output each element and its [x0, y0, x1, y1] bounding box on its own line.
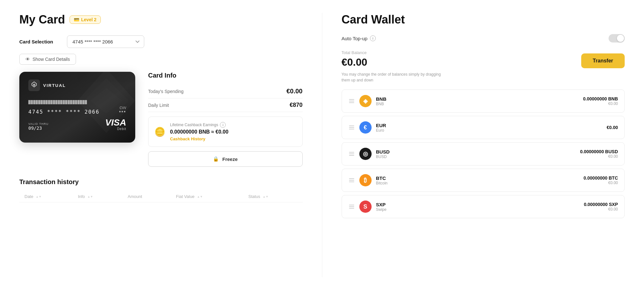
sort-arrows-status: ▲▼	[263, 195, 269, 198]
page-title: My Card	[19, 13, 65, 26]
coin-name-busd: BUSD	[376, 149, 576, 154]
cashback-info-icon: i	[220, 122, 226, 128]
coin-sub-sxp: Swipe	[376, 207, 580, 212]
valid-thru-label: VALID THRU	[28, 122, 49, 126]
coin-info-busd: BUSD BUSD	[376, 149, 576, 159]
wallet-item-eur[interactable]: € EUR Euro €0.00	[342, 116, 625, 139]
coin-balance-sxp: 0.00000000 SXP €0.00	[584, 202, 618, 211]
auto-topup-label: Auto Top-up	[342, 36, 368, 41]
th-amount: Amount	[122, 191, 171, 202]
coin-sub-bnb: BNB	[376, 102, 579, 106]
sort-arrows-date: ▲▼	[36, 195, 42, 198]
card-icon: 💳	[74, 17, 79, 22]
coin-info-sxp: SXP Swipe	[376, 202, 580, 212]
drag-handle-bnb[interactable]	[348, 98, 355, 104]
coin-info-eur: EUR Euro	[376, 123, 602, 133]
th-fiat-value[interactable]: Fiat Value ▲▼	[171, 191, 243, 202]
coin-sub-eur: Euro	[376, 128, 602, 133]
transaction-history-section: Transaction history Date ▲▼ Info ▲▼ Am	[19, 178, 303, 202]
card-wallet-title: Card Wallet	[342, 13, 625, 26]
card-logo-text: VIRTUAL	[43, 83, 66, 88]
cashback-box: 🪙 Lifetime Cashback Earnings i 0.0000000…	[148, 117, 303, 147]
wallet-item-sxp[interactable]: S SXP Swipe 0.00000000 SXP €0.00	[342, 195, 625, 218]
drag-hint: You may change the order of balances sim…	[342, 71, 445, 83]
coin-icon-busd: ◎	[359, 148, 372, 160]
daily-limit-value: €870	[289, 102, 302, 108]
th-info[interactable]: Info ▲▼	[73, 191, 123, 202]
card-selection-dropdown[interactable]: 4745 **** **** 2066	[67, 35, 144, 48]
coin-balance-busd: 0.00000000 BUSD €0.00	[580, 149, 618, 159]
coin-balance-main-btc: 0.00000000 BTC	[583, 175, 618, 181]
wallet-list: ◈ BNB BNB 0.00000000 BNB €0.00 € EUR Eur…	[342, 89, 625, 221]
coin-icon-sxp: S	[359, 201, 372, 213]
coin-balance-fiat-btc: €0.00	[583, 181, 618, 185]
coin-name-bnb: BNB	[376, 96, 579, 102]
coin-balance-fiat-bnb: €0.00	[583, 101, 618, 106]
coin-info-bnb: BNB BNB	[376, 96, 579, 106]
th-date[interactable]: Date ▲▼	[19, 191, 73, 202]
coin-balance-main-busd: 0.00000000 BUSD	[580, 149, 618, 154]
coin-balance-btc: 0.00000000 BTC €0.00	[583, 175, 618, 185]
card-info-title: Card Info	[148, 72, 303, 79]
card-selection-label: Card Selection	[19, 39, 61, 44]
credit-card: VIRTUAL ████████████████████████ 4745 **…	[19, 72, 135, 143]
show-card-details-button[interactable]: 👁 Show Card Details	[19, 54, 76, 65]
th-status[interactable]: Status ▲▼	[243, 191, 302, 202]
drag-handle-btc[interactable]	[348, 178, 355, 183]
total-balance-value: €0.00	[342, 56, 367, 68]
coin-balance-bnb: 0.00000000 BNB €0.00	[583, 96, 618, 106]
wallet-item-busd[interactable]: ◎ BUSD BUSD 0.00000000 BUSD €0.00	[342, 142, 625, 165]
drag-handle-sxp[interactable]	[348, 204, 355, 209]
drag-handle-eur[interactable]	[348, 125, 355, 130]
coin-name-btc: BTC	[376, 175, 579, 181]
total-balance-label: Total Balance	[342, 50, 367, 55]
transaction-history-title: Transaction history	[19, 178, 303, 186]
coin-balance-main-sxp: 0.00000000 SXP	[584, 202, 618, 207]
coin-sub-btc: Bitcoin	[376, 181, 579, 185]
level-badge: 💳 Level 2	[70, 15, 100, 24]
lock-icon: 🔒	[213, 156, 219, 162]
cashback-history-link[interactable]: Cashback History	[170, 136, 205, 141]
sort-arrows-info: ▲▼	[87, 195, 93, 198]
coin-balance-eur: €0.00	[607, 125, 618, 130]
todays-spending-label: Today's Spending	[148, 89, 184, 94]
wallet-item-btc[interactable]: ₿ BTC Bitcoin 0.00000000 BTC €0.00	[342, 169, 625, 192]
coin-icon-eur: €	[359, 121, 372, 134]
coin-name-sxp: SXP	[376, 202, 580, 207]
coin-icon-bnb: ◈	[359, 95, 372, 107]
cashback-label: Lifetime Cashback Earnings	[170, 123, 218, 127]
daily-limit-row: Daily Limit €870	[148, 98, 303, 112]
daily-limit-label: Daily Limit	[148, 103, 169, 108]
todays-spending-row: Today's Spending €0.00	[148, 84, 303, 98]
auto-topup-toggle[interactable]	[609, 34, 625, 42]
freeze-button[interactable]: 🔒 Freeze	[148, 151, 303, 167]
balance-transfer-row: Total Balance €0.00 Transfer	[342, 50, 625, 68]
wallet-item-bnb[interactable]: ◈ BNB BNB 0.00000000 BNB €0.00	[342, 89, 625, 113]
coin-balance-fiat-sxp: €0.00	[584, 207, 618, 211]
coin-sub-busd: BUSD	[376, 154, 576, 159]
coin-balance-main-bnb: 0.00000000 BNB	[583, 96, 618, 101]
drag-handle-busd[interactable]	[348, 151, 355, 156]
coin-icon-btc: ₿	[359, 174, 372, 186]
transfer-button[interactable]: Transfer	[581, 53, 625, 68]
valid-thru-date: 09/23	[28, 126, 49, 131]
eye-icon: 👁	[25, 57, 30, 62]
cashback-icon: 🪙	[154, 126, 166, 137]
card-info-section: Card Info Today's Spending €0.00 Daily L…	[148, 72, 303, 167]
cashback-amount: 0.00000000 BNB ≈ €0.00	[170, 129, 228, 135]
coin-balance-fiat-busd: €0.00	[580, 154, 618, 159]
coin-info-btc: BTC Bitcoin	[376, 175, 579, 185]
todays-spending-value: €0.00	[286, 88, 302, 95]
auto-topup-row: Auto Top-up i	[342, 34, 625, 42]
coin-balance-main-eur: €0.00	[607, 125, 618, 130]
auto-topup-info-icon: i	[370, 35, 376, 41]
transaction-table: Date ▲▼ Info ▲▼ Amount Fiat Value ▲▼	[19, 191, 303, 202]
sort-arrows-fiat: ▲▼	[197, 195, 203, 198]
coin-name-eur: EUR	[376, 123, 602, 128]
